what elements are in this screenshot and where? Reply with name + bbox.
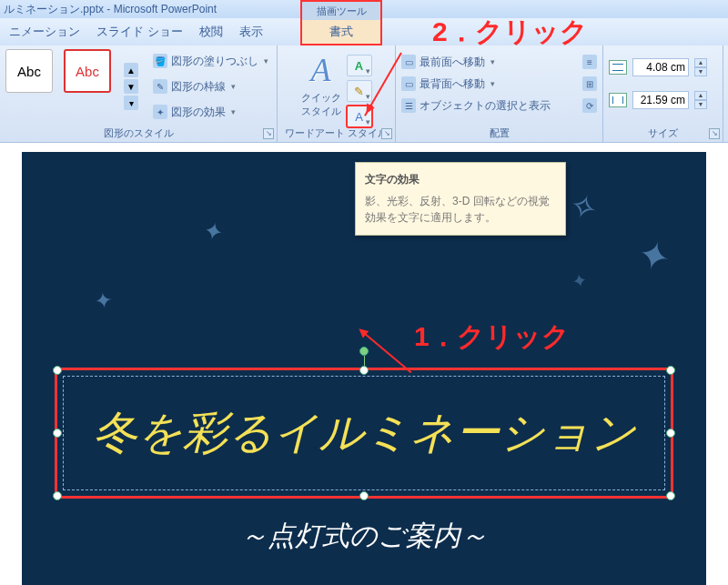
tab-view[interactable]: 表示: [239, 24, 263, 40]
height-spinner[interactable]: ▲▼: [694, 58, 707, 76]
window-title: ルミネーション.pptx - Microsoft PowerPoint: [4, 2, 217, 17]
fill-bucket-icon: 🪣: [153, 54, 167, 68]
quick-styles-icon: A: [311, 51, 331, 89]
shape-outline-button[interactable]: ✎ 図形の枠線▾: [153, 75, 268, 98]
height-input[interactable]: [632, 58, 689, 76]
quick-styles-label: クイック スタイル: [301, 91, 341, 118]
sparkle-decoration: ✧: [564, 185, 602, 229]
bring-front-icon: ▭: [401, 55, 416, 69]
rotate-icon[interactable]: ⟳: [582, 98, 597, 113]
resize-handle-sw[interactable]: [53, 491, 62, 500]
contextual-tab-drawing-tools[interactable]: 描画ツール 書式: [300, 0, 382, 45]
group-shape-styles: Abc Abc ▲ ▼ ▾ 🪣 図形の塗りつぶし▾ ✎ 図形の枠線▾ ✦ 図形の…: [0, 45, 278, 142]
tooltip-body: 影、光彩、反射、3-D 回転などの視覚効果を文字に適用します。: [365, 193, 556, 226]
tab-slideshow[interactable]: スライド ショー: [96, 24, 183, 40]
resize-handle-w[interactable]: [53, 429, 62, 438]
selection-pane-button[interactable]: ☰ オブジェクトの選択と表示 ⟳: [401, 95, 597, 116]
ribbon: Abc Abc ▲ ▼ ▾ 🪣 図形の塗りつぶし▾ ✎ 図形の枠線▾ ✦ 図形の…: [0, 45, 728, 143]
group-size: ▲▼ ▲▼ サイズ ↘: [603, 45, 723, 142]
send-to-back-button[interactable]: ▭ 最背面へ移動▾ ⊞: [401, 73, 597, 95]
rotate-handle[interactable]: [359, 347, 369, 356]
shape-effects-button[interactable]: ✦ 図形の効果▾: [153, 100, 268, 124]
gallery-down-icon[interactable]: ▼: [124, 79, 138, 94]
group-label-shape-styles: 図形のスタイル: [0, 126, 277, 140]
effects-icon: ✦: [153, 105, 167, 119]
tab-animation[interactable]: ニメーション: [9, 24, 80, 40]
resize-handle-nw[interactable]: [53, 366, 62, 375]
annotation-click-1: 1．クリック: [414, 318, 570, 356]
group-label-wordart: ワードアート スタイル: [278, 126, 395, 140]
rotate-handle-line: [364, 356, 365, 366]
tab-review[interactable]: 校閲: [199, 24, 223, 40]
text-fill-button[interactable]: A▾: [347, 55, 372, 76]
slide-title-text[interactable]: 冬を彩るイルミネーション: [93, 403, 636, 463]
resize-handle-se[interactable]: [666, 491, 675, 500]
contextual-tab-group-label: 描画ツール: [302, 2, 380, 20]
group-arrange: ▭ 最前面へ移動▾ ≡ ▭ 最背面へ移動▾ ⊞ ☰ オブジェクトの選択と表示 ⟳…: [396, 45, 603, 142]
resize-handle-e[interactable]: [666, 429, 675, 438]
group-label-arrange: 配置: [396, 126, 602, 140]
size-dialog-launcher[interactable]: ↘: [709, 128, 720, 139]
shape-style-preset-2[interactable]: Abc: [64, 49, 111, 93]
resize-handle-ne[interactable]: [666, 366, 675, 375]
pencil-outline-icon: ✎: [153, 79, 167, 94]
contextual-tab-format[interactable]: 書式: [302, 20, 380, 44]
height-icon: [609, 60, 627, 75]
selection-pane-icon: ☰: [401, 98, 416, 113]
sparkle-decoration: ✦: [201, 216, 227, 247]
gallery-up-icon[interactable]: ▲: [124, 63, 138, 77]
sparkle-decoration: ✦: [571, 269, 590, 294]
sparkle-decoration: ✦: [93, 287, 115, 316]
text-outline-button[interactable]: ✎▾: [347, 80, 372, 102]
shape-styles-dialog-launcher[interactable]: ↘: [263, 128, 274, 139]
gallery-more-icon[interactable]: ▾: [124, 96, 138, 110]
width-input[interactable]: [632, 91, 689, 109]
shape-fill-button[interactable]: 🪣 図形の塗りつぶし▾: [153, 49, 268, 73]
slide-subtitle-text[interactable]: ～点灯式のご案内～: [22, 518, 706, 555]
title-text-box[interactable]: 冬を彩るイルミネーション: [55, 368, 673, 499]
shape-style-preset-1[interactable]: Abc: [5, 49, 53, 93]
width-icon: [609, 93, 627, 107]
tooltip-text-effects: 文字の効果 影、光彩、反射、3-D 回転などの視覚効果を文字に適用します。: [355, 162, 566, 236]
wordart-dialog-launcher[interactable]: ↘: [381, 128, 392, 139]
align-icon[interactable]: ≡: [582, 55, 597, 69]
quick-styles-button[interactable]: A クイック スタイル: [301, 51, 341, 118]
resize-handle-n[interactable]: [359, 366, 369, 375]
bring-to-front-button[interactable]: ▭ 最前面へ移動▾ ≡: [401, 51, 597, 73]
send-back-icon: ▭: [401, 76, 416, 91]
group-objects-icon[interactable]: ⊞: [582, 76, 597, 91]
width-spinner[interactable]: ▲▼: [694, 91, 707, 109]
sparkle-decoration: ✦: [632, 230, 674, 281]
resize-handle-s[interactable]: [359, 491, 369, 500]
group-label-size: サイズ: [603, 126, 723, 140]
tooltip-title: 文字の効果: [365, 172, 556, 187]
annotation-click-2: 2．クリック: [432, 14, 588, 51]
